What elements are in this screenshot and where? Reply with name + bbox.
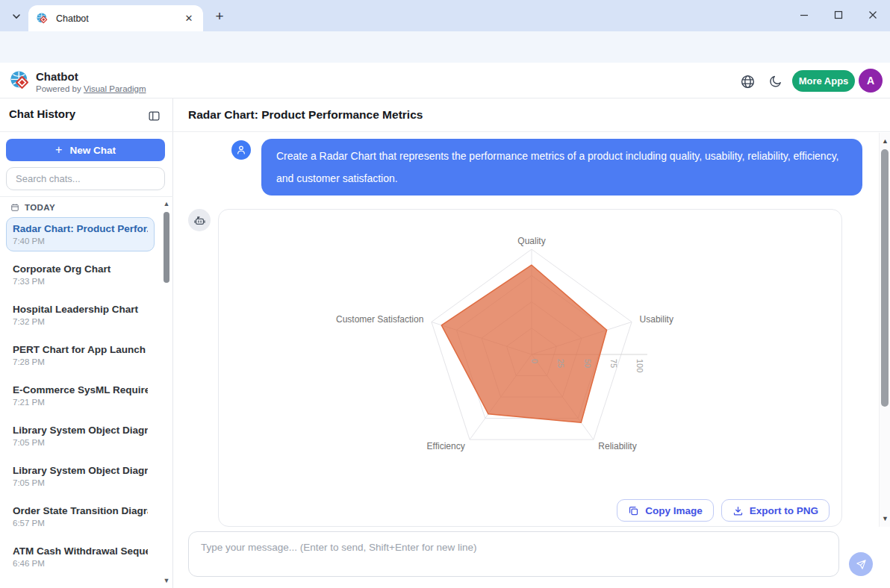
app-title: Chatbot (36, 70, 78, 83)
chat-items-container: Radar Chart: Product Perfor...7:40 PMCor… (0, 217, 173, 574)
browser-tab[interactable]: Chatbot ✕ (28, 5, 203, 31)
page-title: Radar Chart: Product Performance Metrics (188, 108, 423, 122)
chat-messages-area: Create a Radar Chart that represents the… (173, 133, 879, 527)
message-input-area (173, 527, 890, 588)
more-apps-button[interactable]: More Apps (792, 70, 855, 92)
send-button[interactable] (849, 552, 873, 576)
copy-image-button[interactable]: Copy Image (617, 499, 714, 522)
radar-tick-label: 100 (635, 359, 644, 372)
collapse-sidebar-icon[interactable] (146, 108, 161, 123)
send-plane-icon (856, 559, 867, 570)
sidebar-scrollbar-thumb[interactable] (164, 212, 169, 283)
dark-mode-moon-icon[interactable] (765, 71, 785, 92)
window-close-button[interactable] (856, 0, 890, 30)
chat-item-title: Radar Chart: Product Perfor... (13, 223, 148, 234)
new-tab-button[interactable]: + (211, 7, 228, 25)
chat-history-item[interactable]: Library System Object Diagr...7:05 PM (6, 459, 155, 493)
favicon-visual-paradigm (36, 12, 49, 25)
chat-item-time: 7:28 PM (13, 357, 148, 366)
plus-icon: + (55, 143, 62, 157)
chat-item-time: 7:40 PM (13, 237, 148, 245)
chat-item-time: 7:33 PM (13, 277, 148, 286)
today-label: TODAY (25, 203, 55, 212)
download-icon (732, 505, 744, 516)
chat-history-item[interactable]: Order State Transition Diagra...6:57 PM (6, 499, 155, 534)
chat-history-item[interactable]: Radar Chart: Product Perfor...7:40 PM (6, 217, 155, 251)
user-message-bubble: Create a Radar Chart that represents the… (261, 139, 862, 196)
copy-image-label: Copy Image (645, 505, 703, 516)
chat-item-time: 7:32 PM (13, 317, 148, 326)
chat-item-time: 6:46 PM (13, 559, 148, 568)
chat-history-item[interactable]: Hospital Leadership Chart7:32 PM (6, 298, 155, 332)
radar-axis-label: Efficiency (427, 441, 465, 451)
user-message-avatar (231, 140, 251, 160)
main-scrollbar[interactable]: ▲ ▼ (879, 133, 890, 527)
chat-item-title: Library System Object Diagr... (13, 465, 148, 476)
chat-item-time: 6:57 PM (13, 519, 148, 528)
tab-close-icon[interactable]: ✕ (182, 12, 196, 25)
sidebar-scroll-up-arrow[interactable]: ▲ (163, 200, 170, 207)
chat-item-title: Corporate Org Chart (13, 263, 148, 275)
powered-by-prefix: Powered by (36, 84, 84, 93)
message-input[interactable] (188, 531, 839, 577)
chat-history-list: TODAY Radar Chart: Product Perfor...7:40… (0, 196, 173, 588)
content-area: Chat History +New Chat TODAY Radar Chart… (0, 98, 890, 588)
browser-titlebar: Chatbot ✕ + (0, 0, 890, 31)
export-png-label: Export to PNG (750, 505, 818, 516)
chat-item-title: Hospital Leadership Chart (13, 304, 148, 315)
chat-item-title: E-Commerce SysML Require... (13, 384, 148, 395)
main-area: Radar Chart: Product Performance Metrics… (173, 98, 890, 588)
user-avatar[interactable]: A (859, 69, 883, 93)
chat-item-title: ATM Cash Withdrawal Seque... (13, 545, 148, 557)
chat-history-title: Chat History (9, 107, 75, 120)
chat-history-item[interactable]: PERT Chart for App Launch7:28 PM (6, 338, 155, 372)
new-chat-button[interactable]: +New Chat (6, 139, 165, 161)
new-chat-label: New Chat (69, 145, 116, 156)
scroll-down-arrow[interactable]: ▼ (881, 515, 889, 522)
chat-history-item[interactable]: E-Commerce SysML Require...7:21 PM (6, 378, 155, 413)
radar-data-polygon (441, 265, 606, 422)
radar-axis-label: Usability (640, 314, 673, 325)
radar-axis-label: Quality (517, 236, 545, 246)
powered-by-text: Powered by Visual Paradigm (36, 84, 146, 93)
window-controls (787, 0, 890, 30)
chat-item-title: Order State Transition Diagra... (13, 505, 148, 516)
chart-actions: Copy Image Export to PNG (617, 499, 830, 522)
chat-item-time: 7:05 PM (13, 438, 148, 447)
radar-tick-label: 25 (556, 359, 565, 368)
scroll-up-arrow[interactable]: ▲ (881, 137, 889, 145)
sidebar-scroll-down-arrow[interactable]: ▼ (163, 577, 170, 584)
export-png-button[interactable]: Export to PNG (721, 499, 830, 522)
page-title-row: Radar Chart: Product Performance Metrics (173, 98, 890, 132)
sidebar-header: Chat History (0, 98, 173, 132)
language-globe-icon[interactable] (737, 71, 758, 92)
radar-tick-label: 50 (583, 359, 592, 368)
sidebar: Chat History +New Chat TODAY Radar Chart… (0, 98, 173, 588)
radar-axis-label: Customer Satisfaction (336, 314, 423, 325)
copy-icon (628, 505, 639, 516)
search-chats-input[interactable] (6, 167, 165, 190)
window-minimize-button[interactable] (787, 0, 821, 30)
tab-search-chevron-icon[interactable] (6, 6, 27, 27)
chat-history-item[interactable]: ATM Cash Withdrawal Seque...6:46 PM (6, 539, 155, 574)
radar-chart-svg: 0255075100QualityUsabilityReliabilityEff… (219, 210, 843, 526)
browser-toolbar: ai-toolbox.visual-paradigm.com/app/chatb… (0, 31, 890, 63)
chat-history-item[interactable]: Library System Object Diagr...7:05 PM (6, 419, 155, 453)
chat-item-time: 7:05 PM (13, 478, 148, 487)
today-section-header: TODAY (10, 203, 173, 212)
chart-response-card: 0255075100QualityUsabilityReliabilityEff… (218, 209, 842, 527)
chat-history-item[interactable]: Corporate Org Chart7:33 PM (6, 257, 155, 292)
radar-tick-label: 0 (530, 359, 539, 363)
bot-avatar-icon (188, 209, 211, 231)
tab-title: Chatbot (56, 13, 182, 24)
main-scrollbar-thumb[interactable] (881, 149, 889, 407)
calendar-icon (10, 203, 19, 212)
chat-item-title: PERT Chart for App Launch (13, 344, 148, 355)
chat-item-title: Library System Object Diagr... (13, 425, 148, 436)
radar-tick-label: 75 (609, 359, 618, 368)
visual-paradigm-link[interactable]: Visual Paradigm (84, 84, 146, 93)
chat-item-time: 7:21 PM (13, 398, 148, 407)
window-maximize-button[interactable] (821, 0, 856, 30)
app-logo-visual-paradigm (9, 69, 31, 91)
radar-axis-label: Reliability (598, 441, 636, 451)
